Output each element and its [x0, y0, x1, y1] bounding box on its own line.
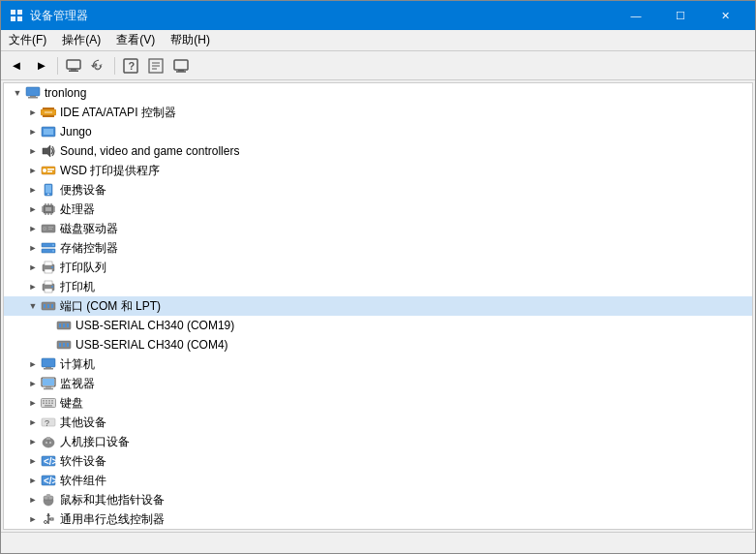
list-item[interactable]: ► IDE ATA/ATAPI 控制器	[4, 103, 752, 122]
menu-file[interactable]: 文件(F)	[1, 30, 54, 50]
svg-text:?: ?	[129, 60, 136, 72]
list-item[interactable]: ► 监视器	[4, 374, 752, 393]
expand-printer[interactable]: ►	[25, 279, 41, 294]
list-item[interactable]: ► 计算机	[4, 354, 752, 374]
svg-rect-90	[45, 403, 47, 405]
list-item[interactable]: ► 通用串行总线控制器	[4, 509, 752, 529]
expand-computer[interactable]: ►	[25, 356, 41, 372]
ide-icon	[41, 105, 56, 120]
expand-portable[interactable]: ►	[25, 182, 41, 198]
menu-view[interactable]: 查看(V)	[108, 30, 163, 50]
expand-sound[interactable]: ►	[25, 143, 41, 159]
list-item[interactable]: ► ? 其他设备	[4, 413, 752, 432]
software-comp-icon: </>	[41, 473, 56, 488]
monitor2-icon	[41, 376, 56, 391]
expand-other[interactable]: ►	[25, 415, 41, 430]
list-item[interactable]: ► 磁盘驱动器	[4, 219, 752, 238]
expand-keyboard[interactable]: ►	[25, 395, 41, 411]
list-item[interactable]: ► 鼠标和其他指针设备	[4, 490, 752, 509]
processor-label: 处理器	[60, 201, 95, 218]
expand-processor[interactable]: ►	[25, 201, 41, 217]
sound-icon	[41, 143, 56, 159]
software-comp-label: 软件组件	[60, 473, 106, 489]
expand-monitor[interactable]: ►	[25, 376, 41, 391]
monitor-button[interactable]	[169, 54, 193, 77]
svg-rect-22	[43, 115, 54, 117]
storage-icon	[41, 240, 56, 256]
list-item[interactable]: ► 打印队列	[4, 258, 752, 277]
status-bar	[1, 532, 755, 553]
list-item[interactable]: ► Jungo	[4, 122, 752, 141]
list-item[interactable]: ► 存储控制器	[4, 238, 752, 258]
properties-button[interactable]	[144, 54, 167, 77]
expand-ports[interactable]: ▼	[25, 298, 41, 314]
usb-icon	[41, 511, 56, 527]
expand-ide[interactable]: ►	[25, 105, 41, 120]
printer-label: 打印机	[60, 279, 95, 295]
svg-rect-91	[48, 403, 50, 405]
svg-marker-110	[46, 513, 50, 516]
maximize-button[interactable]: ☐	[658, 1, 703, 30]
back-button[interactable]: ◄	[5, 54, 28, 77]
menu-bar: 文件(F) 操作(A) 查看(V) 帮助(H)	[1, 30, 755, 51]
root-label: tronlong	[45, 86, 86, 100]
list-item[interactable]: ► 人机接口设备	[4, 432, 752, 451]
expand-disk[interactable]: ►	[25, 221, 41, 236]
svg-rect-88	[51, 400, 53, 402]
software-label: 软件设备	[60, 453, 106, 470]
computer-button[interactable]	[62, 54, 85, 77]
list-item[interactable]: USB-SERIAL CH340 (COM19)	[4, 316, 752, 335]
expand-software[interactable]: ►	[25, 453, 41, 469]
svg-rect-18	[30, 96, 36, 97]
list-item[interactable]: ► </> 软件组件	[4, 471, 752, 490]
list-item[interactable]: ► 打印机	[4, 277, 752, 296]
device-tree[interactable]: ▼ tronlong ►	[3, 82, 753, 530]
other-label: 其他设备	[60, 415, 106, 431]
refresh-button[interactable]: ↻	[87, 54, 110, 77]
help-button[interactable]: ?	[119, 54, 142, 77]
keyboard-icon	[41, 395, 56, 411]
list-item[interactable]: USB-SERIAL CH340 (COM4)	[4, 335, 752, 354]
expand-wsd[interactable]: ►	[25, 163, 41, 178]
expand-storage[interactable]: ►	[25, 240, 41, 256]
svg-rect-58	[45, 262, 52, 265]
expand-jungo[interactable]: ►	[25, 124, 41, 139]
svg-text:?: ?	[45, 418, 49, 428]
list-item[interactable]: ►	[4, 200, 752, 219]
expand-usb[interactable]: ►	[25, 511, 41, 527]
expand-mouse[interactable]: ►	[25, 492, 41, 508]
root-expand[interactable]: ▼	[10, 85, 25, 101]
forward-button[interactable]: ►	[30, 54, 53, 77]
list-item[interactable]: ► 键盘	[4, 393, 752, 413]
svg-rect-108	[46, 494, 50, 497]
close-button[interactable]: ✕	[703, 1, 747, 30]
svg-rect-97	[46, 437, 50, 440]
computer-label: 计算机	[60, 356, 95, 373]
expand-hid[interactable]: ►	[25, 434, 41, 449]
usb-serial-com19-label: USB-SERIAL CH340 (COM19)	[76, 319, 234, 332]
window-title: 设备管理器	[30, 8, 614, 24]
svg-rect-111	[50, 518, 53, 520]
title-bar: 设备管理器 — ☐ ✕	[1, 1, 755, 30]
list-item-ports[interactable]: ▼ 端口 (COM 和 LPT)	[4, 296, 752, 316]
jungo-label: Jungo	[60, 125, 92, 138]
expand-printq[interactable]: ►	[25, 260, 41, 275]
other-icon: ?	[41, 415, 56, 430]
window-icon	[9, 8, 24, 23]
svg-rect-89	[43, 403, 45, 405]
svg-rect-81	[43, 379, 54, 385]
disk-icon	[41, 221, 56, 236]
keyboard-label: 键盘	[60, 395, 83, 412]
expand-software-comp[interactable]: ►	[25, 473, 41, 488]
list-item[interactable]: ► Sound, video and game controllers	[4, 141, 752, 161]
minimize-button[interactable]: —	[614, 1, 658, 30]
tree-root[interactable]: ▼ tronlong	[4, 83, 752, 103]
menu-help[interactable]: 帮助(H)	[163, 30, 218, 50]
list-item[interactable]: ► 便携设备	[4, 180, 752, 200]
list-item[interactable]: ► </> 软件设备	[4, 451, 752, 471]
svg-rect-92	[51, 403, 53, 405]
menu-action[interactable]: 操作(A)	[54, 30, 108, 50]
svg-rect-72	[67, 323, 69, 327]
list-item[interactable]: ► WSD 打印提供程序	[4, 161, 752, 180]
svg-point-64	[51, 286, 53, 288]
